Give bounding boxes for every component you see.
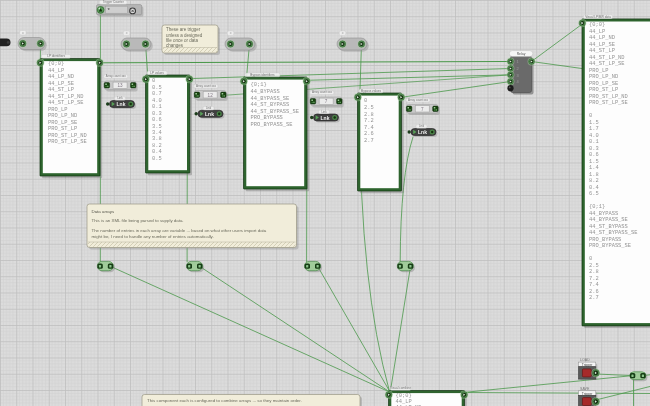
svg-text:Link: Link (419, 124, 425, 128)
svg-text:0.5: 0.5 (152, 156, 162, 162)
svg-text:1.8: 1.8 (589, 172, 599, 178)
svg-text:Array count xxx: Array count xxx (196, 84, 216, 88)
svg-text:The number of entries in each: The number of entries in each array are … (92, 228, 267, 233)
svg-text:Trigger: Trigger (582, 392, 593, 396)
svg-text:This component each is configu: This component each is configured to com… (147, 398, 302, 403)
svg-text:7.4: 7.4 (589, 282, 599, 288)
svg-text:2.8: 2.8 (364, 112, 374, 118)
svg-text:LP identifiers: LP identifiers (47, 54, 65, 58)
svg-text:1.5: 1.5 (589, 120, 599, 126)
svg-text:Bypass identifiers: Bypass identifiers (250, 73, 275, 77)
svg-text:7.2: 7.2 (364, 118, 374, 124)
svg-text:Data arrays: Data arrays (92, 209, 115, 214)
svg-text:PRO_LP_SE: PRO_LP_SE (48, 120, 77, 126)
svg-text:Trigger: Trigger (582, 363, 593, 367)
svg-text:0.6: 0.6 (152, 117, 162, 123)
svg-text:might be, I need to handle any: might be, I need to handle any number of… (92, 234, 214, 239)
svg-text:44_LP: 44_LP (48, 68, 64, 74)
svg-text:13: 13 (117, 83, 123, 88)
svg-text:Array count xxx: Array count xxx (408, 98, 428, 102)
svg-text:PRO_LP_ND: PRO_LP_ND (48, 113, 77, 119)
svg-text:PRO_LP_ND: PRO_LP_ND (589, 74, 618, 80)
svg-text:7: 7 (421, 107, 424, 112)
svg-text:3.8: 3.8 (152, 136, 162, 142)
svg-text:44_LP_SE: 44_LP_SE (589, 42, 615, 48)
svg-text:0.6: 0.6 (589, 152, 599, 158)
svg-text:12: 12 (208, 93, 214, 98)
svg-text:{0;1}: {0;1} (589, 204, 605, 210)
svg-text:2.7: 2.7 (589, 295, 599, 301)
svg-text:PRO_BYPASS_SE: PRO_BYPASS_SE (251, 122, 293, 128)
svg-text:Relay: Relay (517, 52, 526, 56)
svg-text:7.2: 7.2 (589, 276, 599, 282)
svg-text:changes: changes (166, 43, 184, 48)
svg-text:Link: Link (117, 96, 123, 100)
svg-text:8.2: 8.2 (152, 143, 162, 149)
svg-text:{0;0}: {0;0} (589, 22, 605, 28)
svg-text:1.4: 1.4 (589, 165, 599, 171)
svg-text:0.4: 0.4 (152, 149, 162, 155)
svg-text:44_BYPASS: 44_BYPASS (251, 89, 280, 95)
svg-text:PRO_ST_LP: PRO_ST_LP (589, 87, 618, 93)
svg-text:2.5: 2.5 (589, 263, 599, 269)
svg-text:Visual LP/BW data: Visual LP/BW data (585, 15, 611, 19)
svg-text:0.1: 0.1 (152, 104, 162, 110)
svg-text:3.4: 3.4 (152, 130, 162, 136)
svg-text:2.5: 2.5 (364, 105, 374, 111)
svg-text:SAVE: SAVE (580, 387, 590, 391)
svg-text:6.5: 6.5 (589, 191, 599, 197)
svg-text:Link: Link (206, 106, 212, 110)
svg-text:LP values: LP values (150, 71, 164, 75)
svg-text:2.8: 2.8 (589, 269, 599, 275)
svg-text:8.2: 8.2 (589, 178, 599, 184)
svg-text:44_ST_BYPASS: 44_ST_BYPASS (251, 102, 290, 108)
svg-text:0.3: 0.3 (589, 146, 599, 152)
svg-text:Visual combine: Visual combine (390, 386, 411, 390)
svg-text:44_ST_LP_SE: 44_ST_LP_SE (589, 61, 625, 67)
svg-text:44_ST_BYPASS_SE: 44_ST_BYPASS_SE (589, 230, 638, 236)
svg-text:Lnk: Lnk (418, 129, 427, 135)
svg-text:44_LP: 44_LP (589, 29, 605, 35)
svg-text:PRO_LP: PRO_LP (48, 107, 67, 113)
svg-text:0.3: 0.3 (152, 111, 162, 117)
svg-text:0: 0 (589, 113, 592, 119)
svg-text:2.6: 2.6 (364, 131, 374, 137)
svg-text:44_ST_LP: 44_ST_LP (48, 87, 74, 93)
svg-text:2.6: 2.6 (589, 289, 599, 295)
svg-text:44_LP_ND: 44_LP_ND (48, 74, 74, 80)
svg-text:PRO_BYPASS: PRO_BYPASS (251, 115, 283, 121)
svg-text:0.5: 0.5 (152, 85, 162, 91)
svg-text:1.7: 1.7 (589, 126, 599, 132)
svg-text:PRO_ST_LP: PRO_ST_LP (48, 126, 77, 132)
svg-text:These are trigger: These are trigger (166, 27, 201, 32)
svg-text:44_ST_LP_SE: 44_ST_LP_SE (48, 100, 84, 106)
svg-text:LOAD: LOAD (580, 358, 590, 362)
svg-text:0.7: 0.7 (152, 91, 162, 97)
svg-text:0: 0 (589, 256, 592, 262)
svg-text:Bypass values: Bypass values (361, 89, 381, 93)
svg-text:PRO_BYPASS: PRO_BYPASS (589, 237, 621, 243)
svg-text:Lnk: Lnk (205, 111, 214, 117)
svg-text:PRO_LP: PRO_LP (589, 68, 608, 74)
svg-text:PRO_ST_LP_ND: PRO_ST_LP_ND (589, 94, 628, 100)
svg-text:0: 0 (152, 78, 155, 84)
svg-text:44_ST_LP: 44_ST_LP (589, 48, 615, 54)
svg-text:44_ST_BYPASS: 44_ST_BYPASS (589, 224, 628, 230)
svg-text:44_ST_LP_ND: 44_ST_LP_ND (589, 55, 625, 61)
svg-text:2.7: 2.7 (364, 138, 374, 144)
svg-text:PRO_ST_LP_SE: PRO_ST_LP_SE (589, 100, 628, 106)
svg-text:7.4: 7.4 (364, 125, 374, 131)
svg-text:Link: Link (321, 110, 327, 114)
svg-text:Array count xxx: Array count xxx (312, 90, 332, 94)
svg-text:0: 0 (364, 98, 367, 104)
svg-text:0.4: 0.4 (589, 185, 599, 191)
svg-text:44_ST_LP_ND: 44_ST_LP_ND (48, 94, 84, 100)
svg-text:44_BYPASS: 44_BYPASS (589, 211, 618, 217)
svg-text:PRO_BYPASS_SE: PRO_BYPASS_SE (589, 243, 631, 249)
svg-text:This is an XML file being pars: This is an XML file being parsed to supp… (92, 218, 184, 223)
svg-text:4.0: 4.0 (152, 98, 162, 104)
svg-text:4.0: 4.0 (589, 133, 599, 139)
svg-text:1.5: 1.5 (589, 159, 599, 165)
svg-text:file once or data: file once or data (166, 38, 199, 43)
svg-text:PRO_ST_LP_SE: PRO_ST_LP_SE (48, 139, 87, 145)
